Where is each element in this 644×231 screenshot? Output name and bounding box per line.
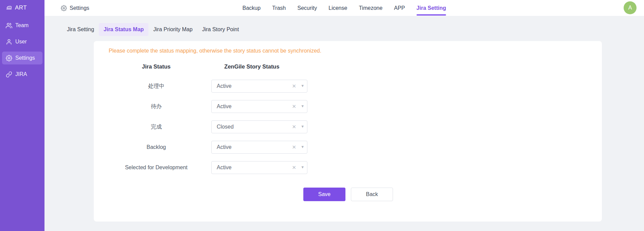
story-status-select[interactable]: Active ✕ ▾	[211, 80, 307, 93]
top-header: Settings Backup Trash Security License T…	[44, 0, 644, 16]
clear-icon[interactable]: ✕	[292, 80, 296, 92]
gear-icon	[61, 5, 67, 11]
tab-jira-status-map[interactable]: Jira Status Map	[99, 23, 148, 36]
jira-status-label: 处理中	[94, 80, 219, 93]
nav-item-app[interactable]: APP	[394, 0, 405, 16]
table-row: 处理中 Active ✕ ▾	[94, 80, 602, 93]
jira-status-label: Selected for Development	[94, 161, 219, 174]
nav-item-security[interactable]: Security	[297, 0, 317, 16]
top-nav: Backup Trash Security License Timezone A…	[243, 0, 446, 16]
sidebar-item-label: Settings	[15, 55, 35, 61]
sidebar-item-label: User	[15, 39, 27, 45]
sidebar: ART Team User Settings JIRA	[0, 0, 44, 231]
page-title: Settings	[61, 0, 89, 16]
chevron-down-icon[interactable]: ▾	[301, 80, 304, 92]
table-row: 待办 Active ✕ ▾	[94, 100, 602, 113]
page-title-label: Settings	[70, 5, 89, 11]
nav-item-backup[interactable]: Backup	[243, 0, 261, 16]
nav-item-license[interactable]: License	[328, 0, 347, 16]
sidebar-item-settings[interactable]: Settings	[2, 52, 42, 64]
tab-jira-priority-map[interactable]: Jira Priority Map	[148, 23, 197, 36]
clear-icon[interactable]: ✕	[292, 100, 296, 113]
status-map-panel: Please complete the status mapping, othe…	[94, 41, 602, 222]
tab-jira-story-point[interactable]: Jira Story Point	[197, 23, 244, 36]
sidebar-item-label: JIRA	[15, 71, 27, 77]
action-buttons: Save Back	[303, 188, 393, 201]
sidebar-item-team[interactable]: Team	[2, 19, 42, 32]
avatar[interactable]: A	[624, 1, 637, 14]
status-map-rows: 处理中 Active ✕ ▾ 待办 Active ✕ ▾ 完成 Closed	[94, 80, 602, 181]
gear-icon	[5, 55, 12, 61]
chevron-down-icon[interactable]: ▾	[301, 161, 304, 174]
nav-item-timezone[interactable]: Timezone	[359, 0, 382, 16]
sub-tabs: Jira Setting Jira Status Map Jira Priori…	[62, 23, 244, 36]
column-header-jira-status: Jira Status	[94, 63, 219, 70]
table-row: Selected for Development Active ✕ ▾	[94, 161, 602, 174]
story-status-select[interactable]: Closed ✕ ▾	[211, 120, 307, 133]
back-button[interactable]: Back	[351, 188, 393, 201]
story-status-select[interactable]: Active ✕ ▾	[211, 100, 307, 113]
sidebar-item-label: Team	[15, 22, 29, 28]
select-value: Active	[217, 161, 232, 174]
story-status-select[interactable]: Active ✕ ▾	[211, 141, 307, 154]
sidebar-item-user[interactable]: User	[2, 35, 42, 48]
clear-icon[interactable]: ✕	[292, 141, 296, 153]
story-status-select[interactable]: Active ✕ ▾	[211, 161, 307, 174]
chevron-down-icon[interactable]: ▾	[301, 100, 304, 113]
nav-item-trash[interactable]: Trash	[272, 0, 286, 16]
chevron-down-icon[interactable]: ▾	[301, 141, 304, 153]
jira-status-label: 待办	[94, 100, 219, 113]
link-icon	[5, 71, 12, 78]
tab-jira-setting[interactable]: Jira Setting	[62, 23, 99, 36]
app-logo[interactable]: ART	[0, 0, 44, 16]
select-value: Active	[217, 141, 232, 153]
select-value: Active	[217, 100, 232, 113]
jira-status-label: 完成	[94, 120, 219, 133]
sidebar-item-jira[interactable]: JIRA	[2, 68, 42, 81]
select-value: Closed	[217, 121, 234, 133]
warning-message: Please complete the status mapping, othe…	[109, 48, 321, 54]
train-icon	[5, 4, 12, 11]
app-logo-label: ART	[15, 4, 27, 11]
save-button[interactable]: Save	[303, 188, 345, 201]
content-area: Jira Setting Jira Status Map Jira Priori…	[44, 16, 644, 231]
table-row: 完成 Closed ✕ ▾	[94, 120, 602, 133]
team-icon	[5, 22, 12, 29]
clear-icon[interactable]: ✕	[292, 161, 296, 174]
select-value: Active	[217, 80, 232, 92]
jira-status-label: Backlog	[94, 141, 219, 154]
chevron-down-icon[interactable]: ▾	[301, 121, 304, 133]
nav-item-jira-setting[interactable]: Jira Setting	[416, 0, 446, 16]
column-header-zengile-story-status: ZenGile Story Status	[204, 63, 300, 70]
user-icon	[5, 38, 12, 45]
clear-icon[interactable]: ✕	[292, 121, 296, 133]
table-row: Backlog Active ✕ ▾	[94, 141, 602, 154]
